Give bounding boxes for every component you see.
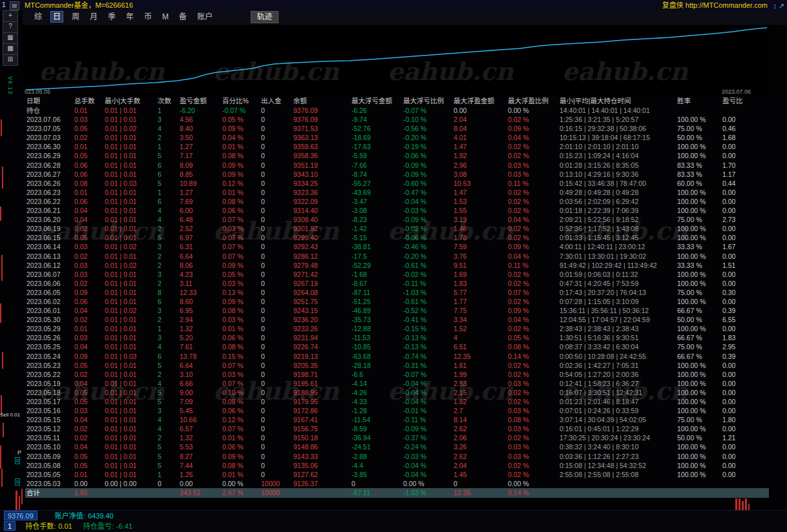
table-row[interactable]: 2023.06.010.040.01 | 0.0236.950.08 %0924… xyxy=(25,306,769,315)
cell: 4 xyxy=(156,206,178,215)
cell: 9.00 xyxy=(178,388,221,397)
table-row[interactable]: 2023.06.290.050.01 | 0.0157.170.08 %0935… xyxy=(25,151,769,160)
table-row[interactable]: 2023.05.160.030.01 | 0.0135.450.06 %0917… xyxy=(25,406,769,415)
table-row[interactable]: 2023.05.230.050.01 | 0.0156.640.07 %0920… xyxy=(25,361,769,370)
table-row[interactable]: 2023.05.170.050.01 | 0.0157.090.08 %0917… xyxy=(25,397,769,406)
table-row[interactable]: 2023.05.260.030.01 | 0.0135.200.06 %0923… xyxy=(25,333,769,342)
table-row[interactable]: 2023.06.280.060.01 | 0.0168.090.09 %0935… xyxy=(25,161,769,170)
cell: 9301.92 xyxy=(292,224,350,233)
cell: 75.00 % xyxy=(676,215,721,224)
table-row[interactable]: 2023.06.120.030.01 | 0.0228.060.09 %0927… xyxy=(25,261,769,270)
cell: 0.01 | 0.01 xyxy=(103,288,156,297)
table-row[interactable]: 2023.07.060.030.01 | 0.0134.560.05 %0937… xyxy=(25,115,769,124)
cell: 9343.10 xyxy=(292,170,350,179)
table-row[interactable]: 2023.05.290.010.01 | 0.0111.320.01 %0923… xyxy=(25,324,769,333)
cell: -6.6 xyxy=(350,370,402,379)
cell: 0.00 xyxy=(721,297,759,306)
cell: -0.03 % xyxy=(402,206,452,215)
table-row[interactable]: 2023.07.030.020.01 | 0.0123.500.04 %0936… xyxy=(25,133,769,142)
column-header[interactable]: 盈亏金额 xyxy=(178,96,221,106)
grid-icon[interactable]: ▦ xyxy=(3,32,18,44)
column-header[interactable]: 百分比% xyxy=(221,96,260,106)
cell: 1.82 xyxy=(452,397,507,406)
cell: 2:55:08 | 2:55:08 | 2:55:08 xyxy=(558,470,676,479)
table-row[interactable]: 2023.05.080.050.01 | 0.0157.440.08 %0913… xyxy=(25,461,769,470)
cell: 9243.15 xyxy=(292,306,350,315)
window-icon[interactable]: ⊞ xyxy=(3,54,18,66)
table-row[interactable]: 2023.05.030.000.00 | 0.0000.000.00 %1000… xyxy=(25,479,769,488)
menu-item-周[interactable]: 周 xyxy=(70,10,81,23)
cell: 0.06 xyxy=(73,170,103,179)
column-header[interactable]: 盈亏比 xyxy=(721,96,759,106)
table-row[interactable]: 2023.06.140.030.01 | 0.0236.310.07 %0929… xyxy=(25,242,769,251)
table-row[interactable]: 2023.06.050.090.01 | 0.01812.330.13 %092… xyxy=(25,288,769,297)
column-header[interactable]: 胜率 xyxy=(676,96,721,106)
resize-icon[interactable]: ↗ xyxy=(779,1,784,11)
menu-item-年[interactable]: 年 xyxy=(124,10,136,23)
cell: 0.00 xyxy=(721,397,759,406)
cell: 0.00 xyxy=(721,188,759,197)
cell: 0.05 xyxy=(73,124,103,133)
help-icon[interactable]: ? xyxy=(3,21,18,33)
tab-trace[interactable]: 轨迹 xyxy=(251,11,278,23)
table-row[interactable]: 2023.06.210.040.01 | 0.0146.000.06 %0931… xyxy=(25,206,769,215)
table-row[interactable]: 2023.05.300.020.01 | 0.0122.940.03 %0923… xyxy=(25,315,769,324)
column-header[interactable]: 余额 xyxy=(292,96,350,106)
table-row[interactable]: 2023.06.200.040.01 | 0.0146.480.07 %0930… xyxy=(25,215,769,224)
move-icon[interactable]: ↕ xyxy=(773,1,777,11)
menu-item-币[interactable]: 币 xyxy=(142,10,154,23)
table-row[interactable]: 2023.05.100.040.01 | 0.0155.530.06 %0914… xyxy=(25,442,769,451)
table-row[interactable]: 2023.06.060.020.01 | 0.0123.110.03 %0926… xyxy=(25,279,769,288)
cell: 7.17 xyxy=(178,151,221,160)
table-row[interactable]: 2023.05.110.020.01 | 0.0121.320.01 %0915… xyxy=(25,433,769,442)
table-row[interactable]: 2023.05.240.090.01 | 0.03613.780.15 %092… xyxy=(25,352,769,361)
column-header[interactable]: 最大浮盈比例 xyxy=(507,96,558,106)
window-menu-icon[interactable]: ▤ xyxy=(10,1,19,10)
total-row[interactable]: 合计1.60243.522.67 %10000-87.11-1.03 %12.3… xyxy=(25,488,769,498)
table-row[interactable]: 2023.06.190.020.01 | 0.0122.520.03 %0930… xyxy=(25,224,769,233)
column-header[interactable]: 最小|大手数 xyxy=(103,96,156,106)
cell: -0.04 % xyxy=(402,470,452,479)
menu-item-季[interactable]: 季 xyxy=(106,10,118,23)
table-row[interactable]: 2023.06.150.050.01 | 0.0156.970.07 %0929… xyxy=(25,233,769,242)
table-row[interactable]: 2023.07.050.050.01 | 0.0248.400.09 %0937… xyxy=(25,124,769,133)
column-header[interactable]: 最小|平均|最大持仓时间 xyxy=(558,96,676,106)
brand-link[interactable]: 复盘侠 http://MTCommander.com xyxy=(662,0,768,10)
table-row[interactable]: 持仓0.010.01 | 0.011-6.20-0.07 %09376.09-6… xyxy=(25,106,769,115)
table-row[interactable]: 2023.06.230.010.01 | 0.0111.270.01 %0932… xyxy=(25,188,769,197)
table-row[interactable]: 2023.05.150.040.01 | 0.01410.660.12 %091… xyxy=(25,415,769,424)
table-row[interactable]: 2023.05.250.040.01 | 0.0147.610.08 %0922… xyxy=(25,342,769,351)
column-header[interactable]: 日期 xyxy=(25,96,73,106)
menu-item-综[interactable]: 综 xyxy=(32,10,44,23)
menu-item-M[interactable]: M xyxy=(160,10,171,23)
column-header[interactable]: 最大浮亏金额 xyxy=(350,96,402,106)
layout-icon[interactable]: ▩ xyxy=(3,43,18,55)
menu-item-账户[interactable]: 账户 xyxy=(195,10,215,23)
table-row[interactable]: 2023.06.270.060.01 | 0.0168.850.09 %0934… xyxy=(25,170,769,179)
table-row[interactable]: 2023.06.220.060.01 | 0.0167.690.08 %0932… xyxy=(25,197,769,206)
menu-item-日[interactable]: 日 xyxy=(50,11,63,23)
menu-item-备[interactable]: 备 xyxy=(177,10,189,23)
table-row[interactable]: 2023.05.120.020.01 | 0.0146.570.07 %0915… xyxy=(25,424,769,433)
menu-item-月[interactable]: 月 xyxy=(88,10,100,23)
cell: 4 xyxy=(156,215,178,224)
index-value: 1 xyxy=(8,522,12,530)
table-row[interactable]: 2023.06.260.080.01 | 0.03510.890.12 %093… xyxy=(25,179,769,188)
column-header[interactable]: 最大浮盈金额 xyxy=(452,96,507,106)
table-row[interactable]: 2023.05.090.050.01 | 0.0158.270.09 %0914… xyxy=(25,452,769,461)
table-row[interactable]: 2023.05.220.020.01 | 0.0123.100.03 %0919… xyxy=(25,370,769,379)
table-row[interactable]: 2023.05.190.040.01 | 0.0146.660.07 %0919… xyxy=(25,379,769,388)
table-row[interactable]: 2023.05.180.050.01 | 0.0159.000.10 %0918… xyxy=(25,388,769,397)
cell: 9323.36 xyxy=(292,188,350,197)
table-row[interactable]: 2023.06.300.010.01 | 0.0111.270.01 %0935… xyxy=(25,142,769,151)
table-row[interactable]: 2023.06.020.060.01 | 0.0168.600.09 %0925… xyxy=(25,297,769,306)
column-header[interactable]: 次数 xyxy=(156,96,178,106)
crosshair-icon[interactable]: + xyxy=(3,10,18,22)
table-row[interactable]: 2023.06.070.030.01 | 0.0134.230.05 %0927… xyxy=(25,270,769,279)
table-row[interactable]: 2023.06.130.020.01 | 0.0126.640.07 %0928… xyxy=(25,252,769,261)
table-row[interactable]: 2023.05.050.010.01 | 0.0111.250.01 %0912… xyxy=(25,470,769,479)
column-header[interactable]: 最大浮亏比例 xyxy=(402,96,452,106)
column-header[interactable]: 出入金 xyxy=(260,96,292,106)
column-header[interactable]: 总手数 xyxy=(73,96,103,106)
cell: 1 xyxy=(156,142,178,151)
